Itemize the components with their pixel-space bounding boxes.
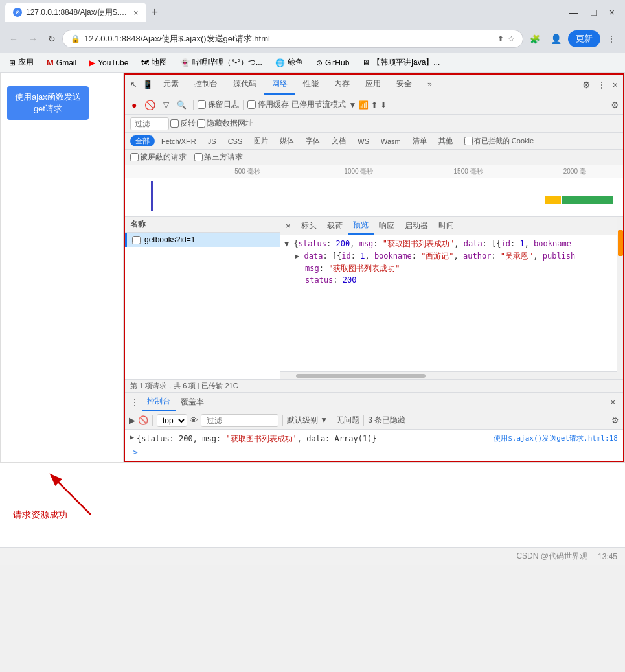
- detail-tab-preview[interactable]: 预览: [348, 217, 374, 235]
- blocked-requests-checkbox[interactable]: 被屏蔽的请求: [130, 152, 187, 163]
- request-checkbox[interactable]: [132, 236, 141, 244]
- filter-tag-img[interactable]: 图片: [249, 135, 273, 146]
- tab-security[interactable]: 安全: [389, 75, 420, 95]
- filter-tag-other[interactable]: 其他: [433, 135, 458, 146]
- bookmark-whale[interactable]: 🌐 鲸鱼: [271, 56, 307, 69]
- tab-performance[interactable]: 性能: [295, 75, 326, 95]
- update-btn[interactable]: 更新: [568, 30, 600, 47]
- detail-tab-response[interactable]: 响应: [374, 218, 400, 234]
- network-settings-icon[interactable]: ⚙: [611, 100, 619, 110]
- tab-memory[interactable]: 内存: [326, 75, 358, 95]
- console-level-label[interactable]: 默认级别 ▼: [287, 415, 328, 426]
- third-party-checkbox[interactable]: 第三方请求: [194, 152, 243, 163]
- detail-tab-initiator[interactable]: 启动器: [400, 218, 433, 234]
- cookie-filter-checkbox[interactable]: 有已拦截的 Cookie: [464, 136, 534, 146]
- filter-tag-font[interactable]: 字体: [301, 135, 325, 146]
- filter-tag-manifest[interactable]: 清单: [407, 135, 432, 146]
- expand-icon-2[interactable]: ▶: [295, 251, 299, 261]
- forward-btn[interactable]: →: [25, 31, 41, 47]
- detail-tab-timing[interactable]: 时间: [433, 218, 459, 234]
- filter-tag-xhr[interactable]: Fetch/XHR: [156, 137, 201, 146]
- profile-btn[interactable]: 👤: [547, 31, 565, 47]
- preview-line-2[interactable]: ▶ data: [{id: 1, bookname: "西游记", author…: [284, 250, 613, 262]
- search-icon[interactable]: 🔍: [174, 99, 189, 111]
- filter-tag-js[interactable]: JS: [203, 137, 222, 146]
- extensions-btn[interactable]: 🧩: [526, 32, 544, 47]
- gmail-icon: M: [47, 58, 54, 67]
- console-close-btn[interactable]: ×: [605, 395, 620, 410]
- bookmark-gmail[interactable]: M Gmail: [43, 56, 80, 69]
- disable-cache-checkbox[interactable]: 停用缓存: [247, 99, 289, 110]
- tab-elements[interactable]: 元素: [155, 75, 187, 95]
- settings-gear-icon[interactable]: ⚙: [580, 77, 593, 93]
- console-prompt[interactable]: >: [130, 446, 618, 458]
- request-name: getbooks?id=1: [144, 235, 195, 244]
- ajax-request-btn[interactable]: 使用ajax函数发送get请求: [7, 86, 89, 120]
- bookmark-bilibili[interactable]: 👻 哔哩哔哩（°-°）つ...: [176, 56, 266, 69]
- detail-tab-payload[interactable]: 载荷: [322, 218, 348, 234]
- url-bar[interactable]: 🔒 127.0.0.1:8848/Ajax/使用$.ajax()发送get请求.…: [62, 30, 523, 48]
- filter-icon[interactable]: ▽: [161, 99, 172, 111]
- bookmark-apps[interactable]: ⊞ 应用: [5, 56, 38, 69]
- bookmark-icon[interactable]: ☆: [508, 34, 515, 43]
- clear-btn[interactable]: 🚫: [142, 98, 158, 111]
- close-btn[interactable]: ×: [604, 5, 620, 20]
- bookmark-github[interactable]: ⊙ GitHub: [312, 57, 353, 69]
- console-run-icon[interactable]: ▶: [129, 415, 135, 425]
- new-tab-btn[interactable]: +: [146, 3, 164, 22]
- filter-input[interactable]: [130, 117, 169, 130]
- share-icon[interactable]: ⬆: [497, 34, 504, 43]
- console-eye-icon[interactable]: 👁: [190, 415, 198, 425]
- bookmark-maps[interactable]: 🗺 地图: [137, 56, 171, 69]
- console-dots-icon[interactable]: ⋮: [128, 395, 142, 410]
- request-item-getbooks[interactable]: getbooks?id=1: [125, 233, 280, 247]
- detail-close-btn[interactable]: ×: [280, 218, 296, 233]
- filter-tag-media[interactable]: 媒体: [275, 135, 299, 146]
- console-tab-coverage[interactable]: 覆盖率: [176, 394, 209, 410]
- bookmark-youtube[interactable]: ▶ YouTube: [85, 57, 132, 69]
- maximize-btn[interactable]: □: [585, 5, 601, 20]
- filter-tag-wasm[interactable]: Wasm: [376, 137, 406, 146]
- filter-tag-all[interactable]: 全部: [130, 135, 155, 146]
- reload-btn[interactable]: ↻: [44, 31, 60, 47]
- tab-network[interactable]: 网络: [264, 75, 295, 95]
- expand-icon-1[interactable]: ▼: [284, 239, 289, 248]
- horizontal-scrollbar[interactable]: [280, 371, 617, 379]
- minimize-btn[interactable]: —: [563, 5, 583, 20]
- bookmark-java[interactable]: 🖥 【韩顺平讲java】...: [358, 56, 444, 69]
- more-options-icon[interactable]: ⋮: [595, 77, 609, 93]
- console-expand-icon[interactable]: ▶: [130, 434, 134, 441]
- tab-sources[interactable]: 源代码: [225, 75, 264, 95]
- console-source-link[interactable]: 使用$.ajax()发送get请求.html:18: [494, 434, 618, 443]
- devtools-cursor-icon[interactable]: ↖: [128, 77, 140, 92]
- hide-data-urls-checkbox[interactable]: 隐藏数据网址: [197, 118, 253, 129]
- tab-more[interactable]: »: [420, 76, 440, 94]
- filter-tag-ws[interactable]: WS: [352, 137, 374, 146]
- devtools-close-icon[interactable]: ×: [610, 77, 620, 93]
- download-icon[interactable]: ⬇: [380, 100, 387, 110]
- menu-btn[interactable]: ⋮: [603, 31, 620, 47]
- console-tab-console[interactable]: 控制台: [142, 393, 176, 411]
- wifi-icon[interactable]: 📶: [359, 100, 369, 110]
- detail-tab-headers[interactable]: 标头: [296, 218, 322, 234]
- tab-console[interactable]: 控制台: [187, 75, 225, 95]
- vertical-scrollbar[interactable]: [617, 217, 623, 379]
- upload-icon[interactable]: ⬆: [371, 100, 378, 110]
- filter-tag-css[interactable]: CSS: [223, 137, 248, 146]
- console-top-selector[interactable]: top: [157, 414, 187, 427]
- tab-close-btn[interactable]: ×: [133, 8, 139, 17]
- console-filter-input[interactable]: [201, 414, 278, 427]
- devtools-device-icon[interactable]: 📱: [140, 77, 155, 92]
- preserve-log-checkbox[interactable]: 保留日志: [198, 99, 239, 110]
- invert-checkbox[interactable]: 反转: [170, 118, 196, 129]
- tab-application[interactable]: 应用: [358, 75, 389, 95]
- console-settings-icon[interactable]: ⚙: [611, 415, 619, 425]
- console-clear-icon[interactable]: 🚫: [138, 415, 148, 425]
- record-btn[interactable]: ●: [129, 98, 139, 111]
- back-btn[interactable]: ←: [5, 31, 22, 47]
- active-tab[interactable]: ⊙ 127.0.0.1:8848/Ajax/使用$.ajax... ×: [5, 3, 146, 22]
- console-separator3: [332, 415, 332, 426]
- filter-tag-doc[interactable]: 文档: [326, 135, 351, 146]
- preview-line-1[interactable]: ▼ {status: 200, msg: "获取图书列表成功", data: […: [284, 238, 613, 250]
- throttle-dropdown[interactable]: ▼: [348, 100, 356, 110]
